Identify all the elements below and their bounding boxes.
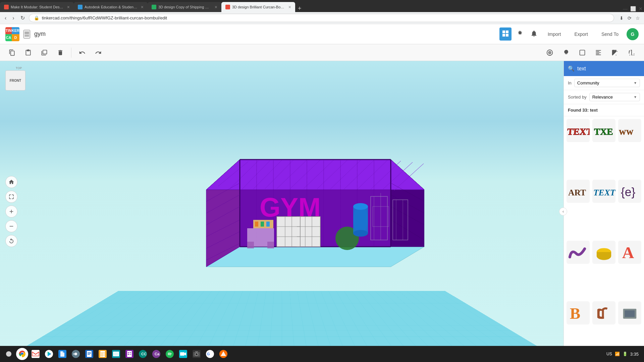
light-button[interactable] [559,47,573,58]
view-cube[interactable]: TOP FRONT [5,66,32,93]
results-count-query: text [590,108,598,113]
svg-rect-7 [580,50,585,55]
svg-rect-104 [87,351,92,357]
notifications-button[interactable] [528,28,540,40]
taskbar-forms-icon[interactable] [123,348,136,360]
import-button[interactable]: Import [542,29,567,40]
community-select[interactable]: Community My Designs Featured [577,80,632,85]
bookmark-icon[interactable]: ☆ [634,15,641,21]
mirror-button[interactable] [608,47,622,58]
tab-close-2[interactable]: × [141,4,144,10]
relevance-select-wrapper[interactable]: Relevance Newest Popular ▼ [589,93,640,101]
redo-button[interactable] [92,47,105,58]
viewport[interactable]: TOP FRONT [0,61,564,362]
svg-rect-116 [114,352,118,356]
shape-item-3[interactable]: WW WW [618,119,641,142]
shape-item-2[interactable]: TXE TXE [592,119,615,142]
tab-close-4[interactable]: × [288,4,291,10]
shape-item-10[interactable]: B [567,301,590,324]
svg-point-64 [353,203,368,210]
grid-view-button[interactable] [499,27,512,41]
shape-item-7[interactable] [567,241,590,264]
export-button[interactable]: Export [569,29,593,40]
home-view-button[interactable] [5,176,17,188]
taskbar-gmail-icon[interactable] [30,348,42,360]
svg-rect-63 [353,206,368,233]
shape-item-6[interactable]: {e} [618,180,641,203]
shape-button[interactable] [576,47,589,58]
forward-button[interactable]: › [10,14,16,22]
share-icon[interactable]: ⟳ [626,15,633,21]
camera-button[interactable] [543,47,557,58]
taskbar-google-icon[interactable]: G [204,348,216,360]
svg-rect-2 [502,34,505,37]
shape-item-4[interactable]: ART [567,180,590,203]
taskbar-files-icon[interactable] [56,348,68,360]
logo-d: D [12,34,19,41]
svg-rect-75 [267,242,274,248]
paste-button[interactable] [21,47,35,58]
taskbar-start-icon[interactable] [3,348,15,360]
shape-item-1[interactable]: TEXT TEXT [567,119,590,142]
cube-face-front[interactable]: FRONT [5,70,25,90]
zoom-in-button[interactable] [5,205,17,218]
svg-text:Ca: Ca [155,352,160,356]
align-button[interactable] [592,47,605,58]
tab-1[interactable]: Make It Modular: Student Design... × [0,2,74,12]
address-bar[interactable]: 🔒 tinkercad.com/things/6ufRCdWWfGZ-brill… [29,14,614,22]
taskbar-canva-icon[interactable]: Ca [150,348,162,360]
fit-view-button[interactable] [5,191,17,203]
tab-close-1[interactable]: × [67,4,70,10]
shape-item-8[interactable] [592,241,615,264]
duplicate-button[interactable] [38,47,51,58]
zoom-out-button[interactable] [5,220,17,232]
maximize-button[interactable]: ⬜ [629,5,637,12]
copy-button[interactable] [5,47,19,58]
reload-button[interactable]: ↻ [18,14,27,22]
tab-close-3[interactable]: × [215,4,217,10]
logo-ker: KER [12,27,19,34]
taskbar-spotify-icon[interactable] [164,348,176,360]
undo-button[interactable] [75,47,89,58]
taskbar-play-icon[interactable] [43,348,55,360]
settings-button[interactable] [514,28,526,40]
tab-label-1: Make It Modular: Student Design... [11,5,64,9]
search-input[interactable] [577,66,644,72]
taskbar-docs-icon[interactable] [83,348,95,360]
tab-4[interactable]: 3D design Brilliant Curcan-Bomb... × [221,2,295,12]
list-view-button[interactable]: ☰ [23,30,30,39]
taskbar-meet-icon[interactable] [177,348,189,360]
shape-item-9[interactable]: A [618,241,641,264]
rotate-button[interactable] [5,235,17,247]
tab-favicon-4 [225,5,230,9]
taskbar-camera-icon[interactable] [191,348,203,360]
taskbar-sheets-icon[interactable] [97,348,109,360]
back-button[interactable]: ‹ [3,14,8,22]
delete-button[interactable] [54,47,67,58]
taskbar-slides-icon[interactable] [110,348,122,360]
browser-chrome: Make It Modular: Student Design... × Aut… [0,0,644,24]
taskbar-chrome-icon[interactable] [16,348,28,360]
close-window-button[interactable]: ✕ [637,5,644,12]
avatar[interactable]: G [627,28,639,40]
tab-2[interactable]: Autodesk Education & Student A... × [74,2,148,12]
community-chevron-icon: ▼ [634,81,637,85]
send-to-button[interactable]: Send To [596,29,624,40]
shape-item-12[interactable] [618,301,641,324]
new-tab-button[interactable]: + [295,5,304,12]
minimize-button[interactable]: — [622,5,629,12]
shape-item-11[interactable] [592,301,615,324]
taskbar-ccleaner-icon[interactable]: CC [137,348,149,360]
send-to-label: Send To [601,32,619,37]
tab-3[interactable]: 3D design Copy of Shipping Con... × [148,2,221,12]
taskbar-avast-icon[interactable] [217,348,229,360]
taskbar-settings-icon[interactable] [70,348,82,360]
community-select-wrapper[interactable]: Community My Designs Featured ▼ [574,79,640,87]
relevance-select[interactable]: Relevance Newest Popular [592,95,632,100]
svg-marker-12 [206,160,424,190]
svg-rect-52 [277,217,300,247]
panel-toggle-button[interactable]: ‹ [559,207,567,216]
downloads-icon[interactable]: ⬇ [618,15,625,21]
flip-button[interactable] [625,47,639,58]
shape-item-5[interactable]: TEXT [592,180,615,203]
